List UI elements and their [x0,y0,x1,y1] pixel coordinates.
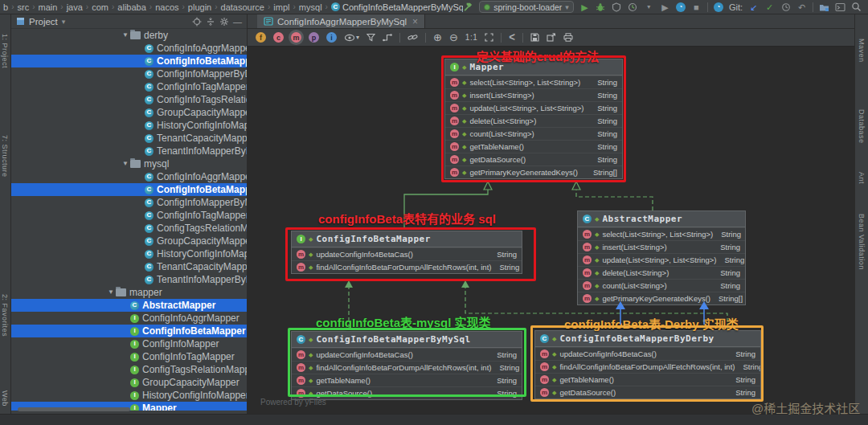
tree-item-ConfigInfoBetaMapperByDerby[interactable]: CConfigInfoBetaMapperByDerby [11,55,248,67]
tree-item-TenantCapacityMapperByDerby[interactable]: CTenantCapacityMapperByDerby [11,132,248,145]
diagram-canvas[interactable]: I◆Mapperm◆select(List<String>, List<Stri… [248,47,854,414]
breadcrumb-item-main[interactable]: main [38,2,57,12]
run-secondary-icon[interactable]: ▶ [660,2,670,13]
breadcrumb-item-alibaba[interactable]: alibaba [117,2,145,12]
tool-button-project[interactable]: 1: Project [1,34,9,68]
breadcrumb-item-src[interactable]: src [17,2,29,12]
horizontal-scrollbar[interactable] [18,407,130,411]
print-icon[interactable] [563,33,573,42]
fit-content-icon[interactable] [485,33,493,42]
debug-bug-icon[interactable] [596,2,606,13]
tree-item-label: TenantInfoMapperByDerby [157,145,248,157]
breadcrumb-item-datasource[interactable]: datasource [221,2,264,12]
breadcrumb-item-plugin[interactable]: plugin [188,2,211,12]
profiler-icon[interactable] [628,2,638,13]
coverage-icon[interactable] [612,2,622,13]
editor-tab[interactable]: ConfigInfoAggrMapperByMySql × [257,14,425,28]
expand-arrow-icon[interactable]: ▼ [121,157,130,170]
chevron-down-icon[interactable]: ▾ [62,18,66,26]
tree-item-ConfigInfoMapper[interactable]: IConfigInfoMapper [11,337,248,350]
tree-item-TenantInfoMapperByMySql[interactable]: CTenantInfoMapperByMySql [11,273,248,286]
close-icon[interactable]: × [412,16,418,27]
tool-button-database[interactable]: Database [858,109,866,144]
breadcrumb-item-nacos[interactable]: nacos [155,2,178,12]
tool-button-ant[interactable]: Ant [858,172,866,184]
tree-item-ConfigInfoMapperByMySql[interactable]: CConfigInfoMapperByMySql [11,196,248,209]
tree-item-AbstractMapper[interactable]: CAbstractMapper [11,299,248,312]
project-folder-icon[interactable] [819,2,829,13]
git-history-icon[interactable] [780,2,791,13]
visibility-level-icon[interactable]: ▾ [344,34,359,42]
chain-link-icon[interactable] [407,33,418,42]
tool-button-bean-validation[interactable]: Bean Validation [858,214,866,270]
tree-item-GroupCapacityMapper[interactable]: IGroupCapacityMapper [11,376,248,389]
ide-badge-icon[interactable]: ◔ [714,2,723,12]
git-commit-icon[interactable]: ✓ [764,2,775,13]
expand-arrow-icon[interactable]: ▼ [121,29,130,42]
tool-button-favorites[interactable]: 2: Favorites [1,294,9,337]
tool-button-web[interactable]: Web [1,390,9,407]
tree-item-ConfigInfoTagMapperByMySql[interactable]: CConfigInfoTagMapperByMySql [11,209,248,222]
project-panel-title[interactable]: Project [29,17,58,27]
terminal-icon[interactable] [835,2,845,13]
tree-item-ConfigInfoBetaMapperByMySql[interactable]: CConfigInfoBetaMapperByMySql [11,183,248,196]
edge-routing-icon[interactable] [383,33,392,42]
tree-item-ConfigInfoAggrMapper[interactable]: IConfigInfoAggrMapper [11,312,248,325]
git-rollback-icon[interactable]: ↶ [796,2,807,13]
tool-button-structure[interactable]: 7: Structure [1,135,9,178]
tree-item-HistoryConfigInfoMapper[interactable]: IHistoryConfigInfoMapper [11,389,248,402]
tool-button-maven[interactable]: Maven [858,39,866,63]
breadcrumb-item-com[interactable]: com [92,2,108,12]
fields-visibility-toggle[interactable]: f [256,32,266,43]
build-hammer-icon[interactable] [463,2,473,13]
tree-item-HistoryConfigInfoMapperByMySql[interactable]: CHistoryConfigInfoMapperByMySql [11,247,248,260]
filter-icon[interactable] [366,33,375,42]
breadcrumb-item-java[interactable]: java [67,2,83,12]
git-update-icon[interactable]: ↙ [748,2,759,13]
tree-item-mapper[interactable]: ▼mapper [11,286,248,299]
tree-item-ConfigTagsRelationMapperByMySql[interactable]: CConfigTagsRelationMapperByMySql [11,222,248,235]
hide-panel-icon[interactable]: — [233,17,242,27]
export-image-icon[interactable] [547,33,556,42]
class-icon: C [145,108,154,117]
chevron-down-icon[interactable]: ▾ [644,2,654,13]
breadcrumb-item-impl[interactable]: impl [273,2,289,12]
tree-item-ConfigInfoAggrMapperByDerby[interactable]: CConfigInfoAggrMapperByDerby [11,42,248,55]
stop-icon[interactable]: ■ [691,2,702,13]
analyze-graph-icon[interactable]: < [509,31,515,44]
class-icon: C [145,121,154,130]
tree-item-derby[interactable]: ▼derby [11,29,248,42]
ide-badge-icon[interactable]: ◔ [676,2,686,12]
breadcrumb-item-b[interactable]: b [3,2,8,12]
save-diagram-icon[interactable] [530,33,539,42]
tree-item-ConfigInfoBetaMapper[interactable]: IConfigInfoBetaMapper [11,325,248,337]
tree-item-HistoryConfigInfoMapperByDerby[interactable]: CHistoryConfigInfoMapperByDerby [11,119,248,132]
actual-size-icon[interactable]: 1:1 [465,33,477,42]
zoom-out-icon[interactable]: ⊖ [449,31,458,43]
tree-item-TenantInfoMapperByDerby[interactable]: CTenantInfoMapperByDerby [11,145,248,157]
zoom-in-icon[interactable]: ⊕ [433,31,442,43]
breadcrumb-current-file[interactable]: CConfigInfoBetaMapperByMySql [331,2,463,12]
tree-item-mysql[interactable]: ▼mysql [11,157,248,170]
constructors-visibility-toggle[interactable]: c [273,32,284,43]
properties-visibility-toggle[interactable]: p [309,32,319,43]
tree-item-GroupCapacityMapperByDerby[interactable]: CGroupCapacityMapperByDerby [11,106,248,119]
tree-item-ConfigInfoTagMapper[interactable]: IConfigInfoTagMapper [11,350,248,363]
tree-item-ConfigTagsRelationMapper[interactable]: IConfigTagsRelationMapper [11,363,248,376]
locate-file-icon[interactable] [192,17,202,27]
inner-classes-visibility-toggle[interactable]: i [326,32,337,43]
run-configuration-select[interactable]: spring-boot-loader ▾ [479,1,574,13]
tree-item-ConfigInfoTagsRelationMapperByDerby[interactable]: CConfigInfoTagsRelationMapperByDerby [11,93,248,106]
tree-item-ConfigInfoAggrMapperByMySql[interactable]: CConfigInfoAggrMapperByMySql [11,170,248,183]
expand-arrow-icon[interactable]: ▼ [106,286,116,299]
search-icon[interactable] [851,2,862,13]
collapse-all-icon[interactable] [206,17,215,27]
run-icon[interactable]: ▶ [579,2,590,13]
settings-gear-icon[interactable] [219,17,229,27]
tree-item-ConfigInfoMapperByDerby[interactable]: CConfigInfoMapperByDerby [11,67,248,80]
tree-item-ConfigInfoTagMapperByDerby[interactable]: CConfigInfoTagMapperByDerby [11,80,248,93]
tree-item-GroupCapacityMapperByMySql[interactable]: CGroupCapacityMapperByMySql [11,235,248,247]
tree-item-TenantCapacityMapperByMySql[interactable]: CTenantCapacityMapperByMySql [11,260,248,273]
breadcrumb-item-mysql[interactable]: mysql [299,2,322,12]
methods-visibility-toggle[interactable]: m [291,32,301,43]
